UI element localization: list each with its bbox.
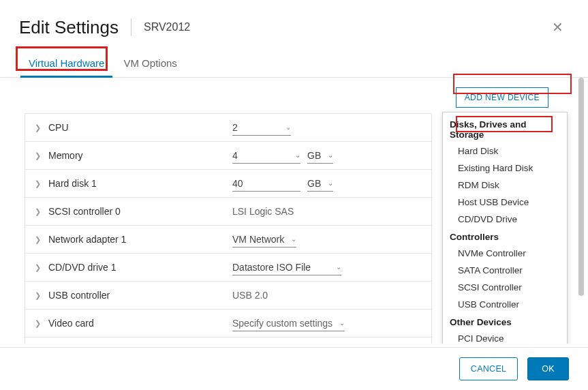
row-cddvd: ❯ CD/DVD drive 1 Datastore ISO File ⌄ [25, 254, 431, 282]
cddvd-label: CD/DVD drive 1 [48, 262, 232, 273]
memory-label: Memory [48, 150, 232, 161]
chevron-down-icon: ⌄ [288, 151, 300, 159]
row-scsi: ❯ SCSI controller 0 LSI Logic SAS [25, 198, 431, 226]
video-value: Specify custom settings [232, 318, 332, 329]
close-icon[interactable]: ✕ [549, 16, 566, 38]
scsi-label: SCSI controller 0 [48, 206, 232, 217]
menu-item-cd-dvd[interactable]: CD/DVD Drive [443, 211, 567, 228]
memory-unit-select[interactable]: GB ⌄ [307, 148, 333, 164]
row-hard-disk: ❯ Hard disk 1 40 GB ⌄ [25, 170, 431, 198]
add-new-device-button[interactable]: ADD NEW DEVICE [456, 87, 548, 108]
content-area: ADD NEW DEVICE ❯ CPU 2 ⌄ ❯ Memory 4 [0, 78, 588, 344]
tab-virtual-hardware[interactable]: Virtual Hardware [19, 50, 114, 77]
menu-item-pci[interactable]: PCI Device [443, 330, 567, 344]
menu-item-hard-disk[interactable]: Hard Disk [443, 142, 567, 160]
network-value: VM Network [232, 234, 284, 245]
menu-item-scsi[interactable]: SCSI Controller [443, 279, 567, 296]
network-select[interactable]: VM Network ⌄ [232, 232, 296, 247]
row-security: ❯ Security Devices Not Configured [25, 338, 431, 344]
dialog-title: Edit Settings [19, 17, 119, 38]
chevron-right-icon[interactable]: ❯ [35, 235, 40, 244]
menu-item-sata[interactable]: SATA Controller [443, 262, 567, 279]
hard-disk-unit: GB [307, 178, 321, 189]
row-usb: ❯ USB controller USB 2.0 [25, 282, 431, 310]
chevron-right-icon[interactable]: ❯ [35, 179, 40, 188]
row-video: ❯ Video card Specify custom settings ⌄ [25, 310, 431, 338]
row-cpu: ❯ CPU 2 ⌄ [25, 114, 431, 142]
dialog-header: Edit Settings SRV2012 ✕ [0, 0, 588, 50]
cddvd-select[interactable]: Datastore ISO File ⌄ [232, 260, 341, 275]
hard-disk-label: Hard disk 1 [48, 178, 232, 189]
vm-name: SRV2012 [144, 21, 190, 33]
menu-group-storage: Disks, Drives and Storage [443, 115, 567, 142]
edit-settings-dialog: Edit Settings SRV2012 ✕ Virtual Hardware… [0, 0, 588, 390]
title-divider [131, 18, 131, 36]
usb-label: USB controller [48, 290, 232, 301]
chevron-right-icon[interactable]: ❯ [35, 151, 40, 160]
chevron-down-icon: ⌄ [332, 319, 345, 327]
hardware-table: ❯ CPU 2 ⌄ ❯ Memory 4 ⌄ [25, 113, 432, 344]
menu-item-existing-hard-disk[interactable]: Existing Hard Disk [443, 160, 567, 177]
row-memory: ❯ Memory 4 ⌄ GB ⌄ [25, 142, 431, 170]
cddvd-value: Datastore ISO File [232, 262, 311, 273]
chevron-right-icon[interactable]: ❯ [35, 263, 40, 272]
menu-group-other: Other Devices [443, 313, 567, 330]
row-network: ❯ Network adapter 1 VM Network ⌄ [25, 226, 431, 254]
scsi-value: LSI Logic SAS [232, 206, 294, 217]
memory-unit: GB [307, 150, 321, 161]
cancel-button[interactable]: CANCEL [459, 357, 519, 380]
tab-bar: Virtual Hardware VM Options [0, 50, 588, 78]
network-label: Network adapter 1 [48, 234, 232, 245]
chevron-down-icon: ⌄ [329, 263, 341, 271]
chevron-right-icon[interactable]: ❯ [35, 207, 40, 216]
usb-value: USB 2.0 [232, 290, 268, 301]
hard-disk-input[interactable]: 40 [232, 176, 300, 192]
cpu-select[interactable]: 2 ⌄ [232, 120, 291, 136]
dialog-footer: CANCEL OK [0, 347, 588, 390]
tab-vm-options[interactable]: VM Options [114, 50, 186, 77]
cpu-value: 2 [232, 122, 238, 133]
memory-input[interactable]: 4 ⌄ [232, 148, 300, 164]
menu-item-host-usb[interactable]: Host USB Device [443, 194, 567, 211]
menu-item-usb-ctrl[interactable]: USB Controller [443, 296, 567, 313]
video-select[interactable]: Specify custom settings ⌄ [232, 316, 345, 331]
video-label: Video card [48, 318, 232, 329]
menu-item-nvme[interactable]: NVMe Controller [443, 245, 567, 262]
memory-value: 4 [232, 150, 238, 161]
hard-disk-value: 40 [232, 178, 243, 189]
chevron-down-icon: ⌄ [279, 123, 291, 131]
hard-disk-unit-select[interactable]: GB ⌄ [307, 176, 333, 192]
cpu-label: CPU [48, 122, 232, 133]
ok-button[interactable]: OK [527, 357, 569, 380]
chevron-down-icon: ⌄ [321, 151, 333, 159]
chevron-down-icon: ⌄ [321, 179, 333, 187]
chevron-right-icon[interactable]: ❯ [35, 123, 40, 132]
chevron-right-icon[interactable]: ❯ [35, 291, 40, 300]
add-device-menu: Disks, Drives and Storage Hard Disk Exis… [442, 112, 568, 344]
menu-group-controllers: Controllers [443, 228, 567, 245]
chevron-right-icon[interactable]: ❯ [35, 319, 40, 328]
chevron-down-icon: ⌄ [284, 235, 296, 243]
scrollbar-thumb[interactable] [578, 78, 584, 296]
menu-item-rdm-disk[interactable]: RDM Disk [443, 177, 567, 194]
